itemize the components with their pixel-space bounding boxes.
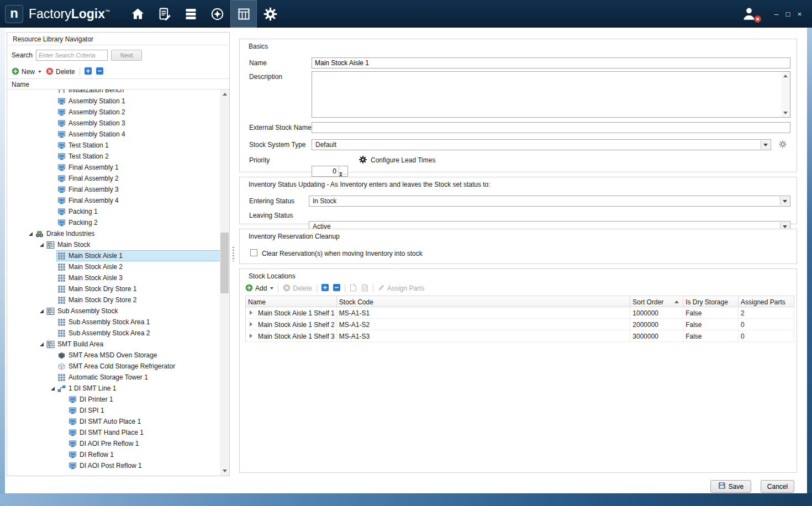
tree-item[interactable]: Main Stock Aisle 1 (7, 250, 220, 261)
tree-item[interactable]: Packing 2 (7, 217, 220, 228)
row-expander-icon[interactable] (246, 330, 256, 342)
delete-location-button[interactable]: Delete (283, 284, 312, 293)
tree-item[interactable]: Final Assembly 2 (7, 173, 220, 184)
tree-item[interactable]: DI Reflow 1 (7, 449, 220, 460)
external-stock-name-input[interactable] (312, 122, 790, 133)
tree-expander-expanded-icon[interactable] (38, 342, 45, 347)
tree-item[interactable]: SMT Build Area (7, 339, 220, 350)
details-panel: Basics Name Description External Stock N… (236, 32, 805, 476)
row-expander-icon[interactable] (246, 319, 256, 330)
stock-system-type-select[interactable]: Default (312, 139, 771, 150)
save-button[interactable]: Save (710, 480, 751, 493)
column-header-assigned-parts[interactable]: Assigned Parts (739, 296, 794, 307)
scroll-down-icon[interactable] (220, 466, 229, 476)
tree-item[interactable]: Assembly Station 2 (7, 107, 220, 118)
tree-item[interactable]: SMT Area MSD Oven Storage (7, 350, 220, 361)
tree-item[interactable]: Test Station 1 (7, 140, 220, 151)
tree-column-header-name[interactable]: Name (7, 78, 229, 89)
tree-item[interactable]: Drake Industries (7, 228, 220, 239)
tree-item[interactable]: Main Stock Dry Store 1 (7, 283, 220, 294)
materials-stack-icon[interactable] (177, 0, 204, 28)
entering-status-select[interactable]: In Stock (309, 196, 790, 207)
tree-item[interactable]: Assembly Station 3 (7, 118, 220, 129)
assign-parts-button[interactable]: Assign Parts (378, 284, 424, 293)
tree-expander-expanded-icon[interactable] (27, 231, 34, 236)
tree-scrollbar[interactable] (220, 89, 229, 476)
tree-item[interactable]: Assembly Station 1 (7, 96, 220, 107)
maximize-button[interactable]: □ (782, 10, 794, 18)
paste-button[interactable] (361, 284, 368, 293)
tree-item[interactable]: SMT Area Cold Storage Refrigerator (7, 361, 220, 372)
scroll-up-icon[interactable] (220, 89, 229, 99)
collapse-all-button[interactable] (333, 284, 340, 293)
tree-item[interactable]: Sub Assembly Stock Area 2 (7, 328, 220, 339)
tree-item[interactable]: Final Assembly 3 (7, 184, 220, 195)
collapse-all-icon (333, 284, 340, 293)
tree-expander-expanded-icon[interactable] (38, 309, 45, 314)
tree-item[interactable]: Final Assembly 4 (7, 195, 220, 206)
stock-location-row[interactable]: Main Stock Aisle 1 Shelf 2MS-A1-S2200000… (246, 319, 794, 330)
column-header-stock-code[interactable]: Stock Code (337, 296, 630, 307)
window-frame-bottom (0, 493, 812, 506)
column-header-name[interactable]: Name (246, 296, 337, 307)
search-next-button[interactable]: Next (111, 50, 142, 61)
expand-all-button[interactable] (321, 284, 329, 293)
add-location-button[interactable]: Add (245, 284, 273, 293)
document-edit-icon[interactable] (151, 0, 177, 28)
dispatch-compass-icon[interactable] (204, 0, 230, 28)
minimize-button[interactable]: – (771, 10, 782, 18)
delete-button[interactable]: Delete (46, 67, 75, 77)
row-expander-icon[interactable] (246, 307, 256, 319)
tree-item[interactable]: DI SMT Hand Place 1 (7, 427, 220, 438)
stock-location-row[interactable]: Main Stock Aisle 1 Shelf 3MS-A1-S3300000… (246, 330, 794, 342)
panel-splitter[interactable] (230, 32, 236, 476)
settings-gear-icon[interactable] (257, 0, 283, 28)
tree-expander-expanded-icon[interactable] (38, 243, 45, 247)
collapse-all-button[interactable] (96, 67, 103, 76)
tree-item[interactable]: Assembly Station 4 (7, 129, 220, 140)
expand-all-button[interactable] (85, 67, 92, 76)
navigator-toolbar: New Delete (7, 64, 229, 78)
tree-item[interactable]: Automatic Storage Tower 1 (7, 372, 220, 383)
tree-item[interactable]: Sub Assembly Stock Area 1 (7, 317, 220, 328)
home-icon[interactable] (124, 0, 151, 28)
scroll-up-icon[interactable] (781, 72, 790, 80)
stock-location-row[interactable]: Main Stock Aisle 1 Shelf 1MS-A1-S1100000… (246, 307, 794, 319)
tree-item[interactable]: DI AOI Post Reflow 1 (7, 460, 220, 471)
cancel-button[interactable]: Cancel (761, 480, 794, 493)
tree-item[interactable]: DI SPI 1 (7, 405, 220, 416)
priority-stepper[interactable] (312, 166, 348, 177)
copy-button[interactable] (350, 284, 357, 293)
tree-item[interactable]: DI Printer 1 (7, 394, 220, 405)
name-input[interactable] (312, 57, 790, 68)
tree-item[interactable]: Packing 1 (7, 206, 220, 217)
description-scrollbar[interactable] (781, 72, 790, 117)
scrollbar-thumb[interactable] (220, 233, 229, 293)
tree-item[interactable]: Sub Assembly Stock (7, 305, 220, 317)
search-input[interactable] (36, 50, 108, 61)
description-textarea[interactable] (312, 71, 790, 118)
column-header-sort-order[interactable]: Sort Order (630, 296, 683, 307)
user-logout-icon[interactable] (741, 6, 757, 22)
tree-item[interactable]: DI SMT Auto Place 1 (7, 416, 220, 427)
tree-expander-expanded-icon[interactable] (49, 386, 56, 391)
column-header-is-dry-storage[interactable]: Is Dry Storage (683, 296, 739, 307)
tree-item[interactable]: Main Stock Aisle 2 (7, 261, 220, 272)
tree-item[interactable]: Test Station 2 (7, 151, 220, 162)
resource-manager-icon[interactable] (230, 0, 257, 28)
tree-item[interactable]: Main Stock (7, 239, 220, 250)
clear-reservations-checkbox[interactable] (250, 249, 257, 256)
cell-sort-order: 2000000 (630, 319, 683, 330)
tree-item[interactable]: 1 DI SMT Line 1 (7, 383, 220, 394)
new-button[interactable]: New (12, 67, 41, 77)
tree-item[interactable]: Main Stock Aisle 3 (7, 272, 220, 283)
scroll-down-icon[interactable] (781, 109, 790, 117)
tree-item[interactable]: Main Stock Dry Store 2 (7, 294, 220, 305)
configure-lead-times-button[interactable]: Configure Lead Times (371, 156, 435, 164)
close-button[interactable]: × (794, 10, 805, 18)
configure-lead-times-gear-icon[interactable] (358, 155, 367, 164)
tree-item[interactable]: Final Assembly 1 (7, 162, 220, 173)
stock-system-settings-gear-icon[interactable] (778, 140, 787, 149)
tree-item[interactable]: Initialization Bench (7, 89, 220, 96)
tree-item[interactable]: DI AOI Pre Reflow 1 (7, 438, 220, 449)
